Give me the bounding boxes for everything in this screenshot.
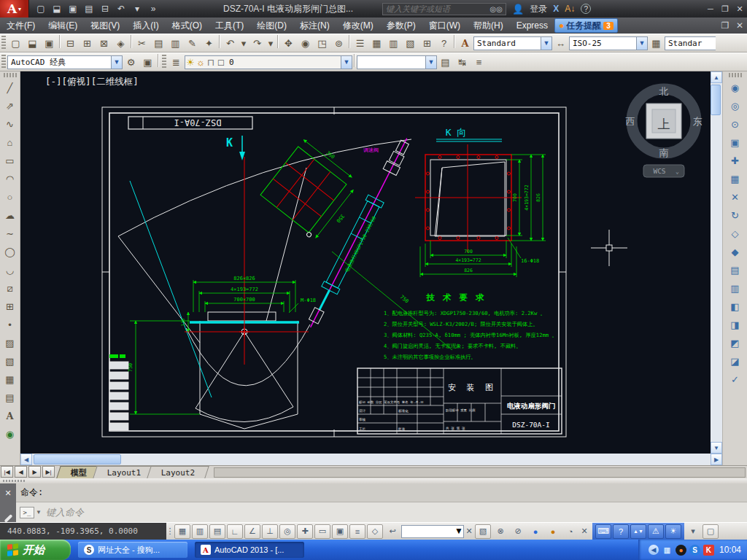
copy-edges-icon[interactable]: ▥ bbox=[727, 279, 744, 298]
help-search-box[interactable]: ◎◎ bbox=[382, 3, 506, 15]
polygon-icon[interactable]: ⌂ bbox=[1, 133, 19, 152]
undo-dropdown-icon[interactable]: ▾ bbox=[239, 35, 249, 51]
workspace-save-icon[interactable]: ▣ bbox=[139, 54, 156, 70]
toolbar-grip[interactable] bbox=[1, 36, 6, 50]
close-icon[interactable]: ✕ bbox=[1, 486, 15, 500]
toolbar-grip[interactable] bbox=[162, 55, 166, 69]
text-style-combo[interactable]: Standard ▼ bbox=[473, 36, 552, 50]
subtract-icon[interactable]: ◎ bbox=[727, 97, 744, 115]
minimize-icon[interactable]: ─ bbox=[703, 1, 718, 16]
properties-icon[interactable]: ☰ bbox=[352, 35, 368, 51]
line-icon[interactable]: ╱ bbox=[1, 79, 19, 97]
designcenter-icon[interactable]: ▦ bbox=[368, 35, 385, 51]
doc-restore-icon[interactable]: ❐ bbox=[718, 18, 732, 33]
3d-osnap-icon[interactable]: ◎ bbox=[279, 524, 295, 539]
chevron-down-icon[interactable]: ▼ bbox=[111, 56, 122, 69]
polar-tracking-icon[interactable]: ∠ bbox=[244, 524, 260, 539]
undo-icon[interactable]: ↶ bbox=[114, 1, 128, 16]
print-preview-icon[interactable]: ⊞ bbox=[79, 35, 96, 51]
sheetset-icon[interactable]: ▧ bbox=[402, 35, 419, 51]
scroll-right-icon[interactable]: ▶ bbox=[711, 454, 722, 465]
delete-faces-icon[interactable]: ✕ bbox=[727, 188, 744, 206]
text-style-icon[interactable]: A bbox=[457, 35, 473, 51]
chevron-down-icon[interactable]: ▼ bbox=[341, 56, 352, 69]
calculator-icon[interactable]: ⊞ bbox=[419, 35, 436, 51]
help-icon[interactable]: ? bbox=[436, 35, 452, 51]
menu-draw[interactable]: 绘图(D) bbox=[250, 18, 293, 34]
autodesk360-icon[interactable]: A↓ bbox=[565, 4, 575, 14]
ellipse-icon[interactable]: ◯ bbox=[1, 243, 19, 261]
open-icon[interactable]: ⬓ bbox=[50, 1, 64, 16]
menu-format[interactable]: 格式(O) bbox=[166, 18, 209, 34]
cut-icon[interactable]: ✂ bbox=[133, 35, 150, 51]
network-icon[interactable]: ▥ bbox=[662, 545, 673, 556]
color-combo[interactable]: ▼ bbox=[357, 55, 437, 69]
command-input-row[interactable]: >_ ▼ 键入命令 bbox=[16, 502, 747, 522]
model-paper-toggle-icon[interactable]: ▧ bbox=[475, 524, 491, 539]
union-icon[interactable]: ◉ bbox=[727, 79, 744, 97]
steering-wheel-icon[interactable]: ● bbox=[527, 524, 543, 539]
ellipse-arc-icon[interactable]: ◡ bbox=[1, 261, 19, 279]
match-properties-icon[interactable]: ✎ bbox=[184, 35, 201, 51]
lineweight-icon[interactable]: ≡ bbox=[349, 524, 365, 539]
hatch-icon[interactable]: ▨ bbox=[1, 334, 19, 352]
menu-file[interactable]: 文件(F) bbox=[0, 18, 42, 34]
command-input-placeholder[interactable]: 键入命令 bbox=[46, 506, 84, 519]
scroll-left-icon[interactable]: ◀ bbox=[20, 454, 32, 465]
tab-layout1[interactable]: Layout1 bbox=[93, 466, 155, 478]
start-button[interactable]: 开始 bbox=[0, 540, 71, 560]
help-search-input[interactable] bbox=[386, 4, 490, 13]
last-tab-icon[interactable]: ▶| bbox=[42, 466, 55, 478]
save-icon[interactable]: ▣ bbox=[66, 1, 80, 16]
layer-on-icon[interactable]: ☀ bbox=[185, 54, 196, 70]
taskbar-item-autocad[interactable]: A AutoCAD 2013 - [... bbox=[195, 542, 304, 558]
restore-icon[interactable]: ❐ bbox=[718, 1, 732, 16]
redo-dropdown-icon[interactable]: ▾ bbox=[130, 1, 144, 16]
table-icon[interactable]: ▤ bbox=[1, 389, 19, 407]
object-snap-tracking-icon[interactable]: ✚ bbox=[297, 524, 313, 539]
table-style-icon[interactable]: ▦ bbox=[648, 35, 665, 51]
next-tab-icon[interactable]: ▶ bbox=[28, 466, 41, 478]
redo-dropdown-icon[interactable]: ▾ bbox=[266, 35, 276, 51]
doc-close-icon[interactable]: ✕ bbox=[732, 18, 747, 33]
close-icon[interactable]: ✕ bbox=[580, 524, 589, 539]
quick-view-drawings-icon[interactable]: ⊘ bbox=[510, 524, 526, 539]
annotation-scale-combo[interactable]: ▼ bbox=[401, 525, 464, 538]
menu-express[interactable]: Express bbox=[510, 19, 554, 32]
grid-display-icon[interactable]: ▤ bbox=[209, 524, 225, 539]
viewport-controls[interactable]: [-][俯视][二维线框] bbox=[45, 76, 139, 87]
zoom-realtime-icon[interactable]: ◉ bbox=[297, 35, 314, 51]
chevron-down-icon[interactable]: ▼ bbox=[541, 37, 551, 50]
menu-view[interactable]: 视图(V) bbox=[84, 18, 126, 34]
make-block-icon[interactable]: ⊞ bbox=[1, 298, 19, 316]
transparency-icon[interactable]: ◇ bbox=[367, 524, 383, 539]
signin-link[interactable]: 登录 bbox=[530, 3, 547, 15]
arc-icon[interactable]: ◠ bbox=[1, 170, 19, 188]
point-icon[interactable]: • bbox=[1, 316, 19, 334]
toolbar-grip[interactable] bbox=[729, 73, 742, 77]
infer-constraints-icon[interactable]: ▦ bbox=[174, 524, 190, 539]
move-faces-icon[interactable]: ✚ bbox=[727, 152, 744, 170]
bulb-icon[interactable]: ☀ bbox=[665, 524, 681, 539]
taskbar-item-sogou[interactable]: S 网址大全 - 搜狗... bbox=[78, 542, 187, 558]
copy-faces-icon[interactable]: ◆ bbox=[727, 243, 744, 261]
block-editor-icon[interactable]: ✦ bbox=[201, 35, 217, 51]
tool-palettes-icon[interactable]: ▥ bbox=[385, 35, 402, 51]
add-selected-icon[interactable]: ◉ bbox=[1, 425, 19, 443]
scrollbar-thumb[interactable] bbox=[34, 454, 121, 464]
menu-parametric[interactable]: 参数(P) bbox=[380, 18, 422, 34]
pan-icon[interactable]: ✥ bbox=[280, 35, 297, 51]
clean-screen-icon[interactable]: ▢ bbox=[703, 524, 719, 539]
sogou-input-icon[interactable]: S bbox=[689, 545, 700, 556]
clean-icon[interactable]: ◨ bbox=[727, 316, 744, 334]
task-reminder-button[interactable]: ● 任务提醒 3 bbox=[554, 18, 618, 33]
scrollbar-thumb[interactable] bbox=[711, 85, 721, 115]
layer-states-icon[interactable]: ≡ bbox=[471, 54, 487, 70]
region-icon[interactable]: ▦ bbox=[1, 370, 19, 389]
make-layer-current-icon[interactable]: ▤ bbox=[437, 54, 454, 70]
menu-edit[interactable]: 编辑(E) bbox=[42, 18, 84, 34]
workspace-combo[interactable]: AutoCAD 经典 ▼ bbox=[7, 55, 123, 69]
gradient-icon[interactable]: ▧ bbox=[1, 352, 19, 370]
dynamic-ucs-icon[interactable]: ▭ bbox=[314, 524, 330, 539]
vertical-scrollbar[interactable]: ▲ ▼ bbox=[711, 71, 722, 454]
